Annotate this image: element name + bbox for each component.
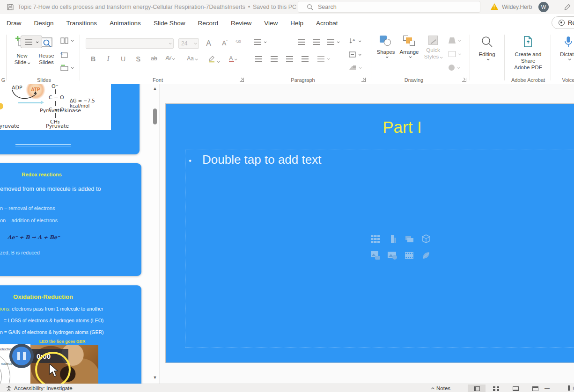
- shrink-font-button[interactable]: Aˇ: [220, 39, 230, 47]
- text-direction-button[interactable]: A: [349, 37, 361, 44]
- slide-canvas[interactable]: Part I • Double tap to add text: [166, 104, 574, 363]
- font-dialog-launcher[interactable]: [240, 78, 244, 82]
- justify-button[interactable]: [302, 56, 309, 62]
- bold-button[interactable]: B: [88, 55, 98, 63]
- columns-button[interactable]: [317, 56, 329, 62]
- font-name-combo[interactable]: [86, 38, 174, 49]
- reset-slide-button[interactable]: [60, 51, 68, 58]
- align-center-button[interactable]: [271, 56, 278, 62]
- tab-animations[interactable]: Animations: [110, 20, 141, 27]
- reading-view-button[interactable]: [507, 385, 524, 392]
- document-title[interactable]: Topic 7-How do cells process and transfo…: [18, 0, 302, 14]
- shape-fill-button[interactable]: [449, 37, 460, 44]
- align-right-button[interactable]: [286, 56, 293, 62]
- placeholder-text[interactable]: Double tap to add text: [202, 152, 321, 167]
- zoom-out-button[interactable]: —: [545, 385, 550, 391]
- dictate-label: Dictate: [560, 51, 574, 58]
- italic-button[interactable]: I: [103, 55, 113, 63]
- create-share-pdf-button[interactable]: Create and Share Adobe PDF: [508, 36, 548, 71]
- text-shadow-button[interactable]: S: [133, 55, 143, 63]
- quick-styles-button[interactable]: Quick Styles: [421, 36, 445, 60]
- line-spacing-button[interactable]: [327, 39, 339, 45]
- editing-button[interactable]: Editing: [475, 36, 499, 60]
- pen-input-icon[interactable]: [564, 3, 571, 13]
- slides-group-label: Slides: [27, 77, 61, 83]
- arrange-button[interactable]: Arrange: [398, 36, 420, 58]
- normal-view-button[interactable]: [468, 385, 486, 392]
- zoom-in-button[interactable]: +: [572, 385, 574, 392]
- group-separator: [371, 35, 371, 80]
- slide-title[interactable]: Part I: [304, 118, 500, 137]
- highlighter-icon: [207, 55, 216, 63]
- insert-icons-icon[interactable]: [421, 250, 432, 261]
- font-group-label: Font: [140, 77, 175, 83]
- search-input[interactable]: [318, 4, 458, 10]
- decrease-indent-button[interactable]: [298, 39, 305, 45]
- tab-help[interactable]: Help: [290, 20, 303, 27]
- font-color-button[interactable]: A: [229, 55, 236, 62]
- slide-thumbnail-3[interactable]: Oxidation-Reduction ions: electrons pass…: [0, 285, 141, 384]
- highlight-color-button[interactable]: [207, 55, 219, 65]
- slide-thumbnail-1[interactable]: ADP ATP Pyruvate kinase O⁻ C = O C = O C…: [0, 84, 140, 154]
- underline-button[interactable]: U: [118, 55, 128, 63]
- insert-smartart-icon[interactable]: [404, 234, 415, 245]
- record-button[interactable]: Record: [552, 16, 574, 29]
- thumbs-scroll-down[interactable]: ▼: [151, 375, 159, 380]
- font-size-combo[interactable]: 24: [178, 38, 199, 49]
- tab-acrobat[interactable]: Acrobat: [316, 20, 338, 27]
- insert-table-icon[interactable]: [370, 234, 382, 245]
- insert-3d-model-icon[interactable]: [421, 234, 432, 245]
- tab-review[interactable]: Review: [231, 20, 251, 27]
- grow-font-button[interactable]: Aˆ: [204, 39, 214, 48]
- warning-icon[interactable]: [491, 3, 498, 10]
- search-box[interactable]: [298, 1, 480, 13]
- thumbs-scrollbar-thumb[interactable]: [153, 109, 157, 124]
- pause-button[interactable]: [9, 344, 34, 368]
- tab-transitions[interactable]: Transitions: [66, 20, 97, 27]
- drawing-dialog-launcher[interactable]: [462, 78, 466, 82]
- shape-outline-button[interactable]: [449, 51, 460, 57]
- slideshow-view-button[interactable]: [526, 385, 544, 392]
- accessibility-status[interactable]: Accessibility: Investigate: [14, 385, 73, 391]
- numbering-button[interactable]: [21, 36, 42, 48]
- slide-sorter-view-button[interactable]: [487, 385, 505, 392]
- bond-line: [55, 89, 56, 94]
- tab-draw[interactable]: Draw: [7, 20, 22, 27]
- increase-indent-button[interactable]: [313, 39, 320, 45]
- tab-view[interactable]: View: [264, 20, 278, 27]
- insert-stock-images-icon[interactable]: [387, 250, 398, 261]
- shape-effects-button[interactable]: [449, 65, 459, 71]
- align-text-button[interactable]: [349, 51, 361, 58]
- slide3-caption: LEO the lion goes GER: [15, 339, 109, 344]
- save-icon[interactable]: [7, 3, 14, 13]
- zoom-slider-thumb[interactable]: [568, 385, 570, 391]
- user-name[interactable]: Wildey.Herb: [502, 0, 532, 14]
- section-button[interactable]: [60, 65, 73, 71]
- slide-layout-button[interactable]: [60, 37, 73, 44]
- character-spacing-button[interactable]: AV: [165, 55, 175, 61]
- clear-formatting-button[interactable]: ⌫: [233, 39, 243, 47]
- strikethrough-button[interactable]: ab: [149, 55, 159, 62]
- record-dot-icon: [559, 20, 565, 26]
- insert-chart-icon[interactable]: [387, 234, 398, 245]
- dictate-button[interactable]: Dictate: [556, 36, 574, 60]
- zoom-slider-track[interactable]: [552, 388, 567, 388]
- svg-text:A: A: [353, 38, 355, 42]
- insert-video-icon[interactable]: [404, 250, 415, 261]
- notes-toggle[interactable]: Notes: [432, 385, 450, 391]
- paragraph-dialog-launcher[interactable]: [361, 78, 366, 82]
- bullets-button[interactable]: [254, 39, 266, 45]
- thumbs-scroll-up[interactable]: ▲: [151, 86, 159, 91]
- tab-design[interactable]: Design: [34, 20, 54, 27]
- tab-slide-show[interactable]: Slide Show: [154, 20, 185, 27]
- slide3-title: Oxidation-Reduction: [0, 293, 113, 300]
- convert-smartart-button[interactable]: [349, 65, 361, 71]
- tab-record[interactable]: Record: [198, 20, 218, 27]
- insert-pictures-icon[interactable]: [370, 250, 382, 261]
- shapes-button[interactable]: Shapes: [375, 36, 397, 58]
- align-left-button[interactable]: [255, 56, 262, 62]
- avatar[interactable]: W: [538, 2, 549, 12]
- slide1-hyperlink[interactable]: [15, 144, 71, 145]
- change-case-button[interactable]: Aa: [187, 55, 197, 62]
- slide-thumbnail-2[interactable]: Redox reactions emoved from one molecule…: [0, 163, 141, 276]
